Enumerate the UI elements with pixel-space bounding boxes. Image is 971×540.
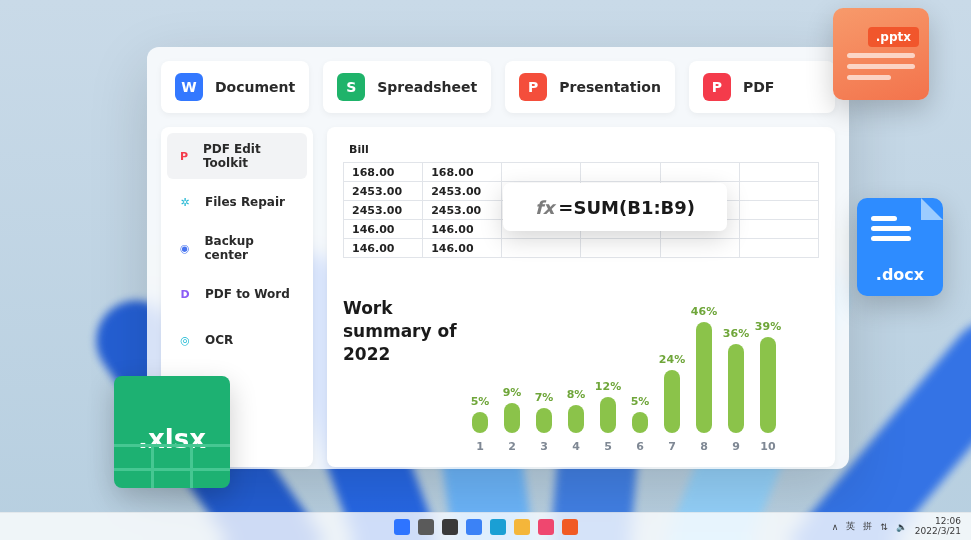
sidebar-item-ocr[interactable]: ◎OCR [167, 317, 307, 363]
cell[interactable]: 146.00 [423, 239, 502, 258]
presentation-button[interactable]: PPresentation [505, 61, 675, 113]
search-icon[interactable] [418, 519, 434, 535]
bar-x-label: 8 [695, 440, 713, 453]
file-explorer-icon[interactable] [514, 519, 530, 535]
bar-value-label: 36% [723, 327, 749, 340]
sidebar-item-pdf-to-word-label: PDF to Word [205, 287, 290, 301]
bar-1: 5% [471, 395, 489, 433]
bar-x-label: 5 [599, 440, 617, 453]
formula-text: =SUM(B1:B9) [558, 197, 695, 218]
bar [760, 337, 776, 433]
start-icon[interactable] [394, 519, 410, 535]
bar-5: 12% [599, 380, 617, 433]
sidebar-item-pdf-edit-toolkit-label: PDF Edit Toolkit [203, 142, 299, 170]
chart-title: Work summary of 2022 [343, 291, 459, 453]
tray-lang2[interactable]: 拼 [863, 520, 872, 533]
bar-x-label: 10 [759, 440, 777, 453]
taskbar-clock[interactable]: 12:06 2022/3/21 [915, 517, 961, 536]
top-nav: WDocumentSSpreadsheetPPresentationPPDF [161, 61, 835, 113]
presentation-button-icon: P [519, 73, 547, 101]
bar-value-label: 5% [631, 395, 650, 408]
sidebar-item-backup-center[interactable]: ◉Backup center [167, 225, 307, 271]
docx-label: .docx [857, 265, 943, 284]
presentation-button-label: Presentation [559, 79, 661, 95]
bar-9: 36% [727, 327, 745, 433]
bar-value-label: 24% [659, 353, 685, 366]
bar-x-label: 1 [471, 440, 489, 453]
sidebar-item-pdf-to-word-icon: D [175, 284, 195, 304]
bar-value-label: 9% [503, 386, 522, 399]
cell[interactable] [502, 239, 581, 258]
bar [600, 397, 616, 433]
document-button-icon: W [175, 73, 203, 101]
wps-icon[interactable] [562, 519, 578, 535]
cell[interactable] [581, 239, 660, 258]
xlsx-grid-icon [114, 444, 230, 488]
cell[interactable]: 2453.00 [423, 182, 502, 201]
pptx-label: .pptx [868, 27, 919, 47]
formula-bar: fx =SUM(B1:B9) [503, 183, 727, 231]
spreadsheet-button[interactable]: SSpreadsheet [323, 61, 491, 113]
sidebar-item-ocr-label: OCR [205, 333, 233, 347]
bar [696, 322, 712, 433]
bar-4: 8% [567, 388, 585, 433]
cell[interactable] [660, 239, 739, 258]
bar-x-label: 6 [631, 440, 649, 453]
sidebar-item-backup-center-icon: ◉ [175, 238, 194, 258]
cell[interactable] [739, 239, 818, 258]
bar-value-label: 39% [755, 320, 781, 333]
cell[interactable]: 2453.00 [344, 201, 423, 220]
cell[interactable] [739, 201, 818, 220]
cell[interactable]: 168.00 [423, 163, 502, 182]
sidebar-item-pdf-edit-toolkit-icon: P [175, 146, 193, 166]
cell[interactable]: 2453.00 [344, 182, 423, 201]
widgets-icon[interactable] [466, 519, 482, 535]
taskbar-tray[interactable]: ∧ 英 拼 ⇅ 🔈 12:06 2022/3/21 [832, 517, 961, 536]
tray-network-icon[interactable]: ⇅ [880, 522, 888, 532]
bar-7: 24% [663, 353, 681, 433]
bar-3: 7% [535, 391, 553, 433]
bar [504, 403, 520, 433]
bar-x-label: 7 [663, 440, 681, 453]
cell[interactable] [660, 163, 739, 182]
cell[interactable] [739, 182, 818, 201]
cell[interactable]: 2453.00 [423, 201, 502, 220]
bar-8: 46% [695, 305, 713, 433]
cell[interactable] [739, 163, 818, 182]
cell[interactable]: 146.00 [344, 239, 423, 258]
sidebar-item-files-repair-icon: ✲ [175, 192, 195, 212]
bar-value-label: 5% [471, 395, 490, 408]
bar-10: 39% [759, 320, 777, 433]
cell[interactable] [502, 163, 581, 182]
pdf-button-icon: P [703, 73, 731, 101]
store-icon[interactable] [538, 519, 554, 535]
task-view-icon[interactable] [442, 519, 458, 535]
sidebar-item-backup-center-label: Backup center [204, 234, 299, 262]
document-button[interactable]: WDocument [161, 61, 309, 113]
cell[interactable] [739, 220, 818, 239]
page-fold-icon [921, 198, 943, 220]
cell[interactable] [581, 163, 660, 182]
sidebar-item-pdf-edit-toolkit[interactable]: PPDF Edit Toolkit [167, 133, 307, 179]
taskbar[interactable]: ∧ 英 拼 ⇅ 🔈 12:06 2022/3/21 [0, 512, 971, 540]
tray-lang1[interactable]: 英 [846, 520, 855, 533]
pdf-button[interactable]: PPDF [689, 61, 835, 113]
cell[interactable]: 168.00 [344, 163, 423, 182]
bar-x-label: 3 [535, 440, 553, 453]
sidebar-item-files-repair[interactable]: ✲Files Repair [167, 179, 307, 225]
tray-sound-icon[interactable]: 🔈 [896, 522, 907, 532]
bar [536, 408, 552, 433]
main-panel: Bill 168.00168.002453.002453.002453.0024… [327, 127, 835, 467]
edge-icon[interactable] [490, 519, 506, 535]
cell[interactable]: 146.00 [344, 220, 423, 239]
bar-chart: 5%19%27%38%412%55%624%746%836%939%10 [471, 291, 819, 453]
bar-value-label: 7% [535, 391, 554, 404]
bar [728, 344, 744, 433]
sidebar-item-pdf-to-word[interactable]: DPDF to Word [167, 271, 307, 317]
sidebar-item-ocr-icon: ◎ [175, 330, 195, 350]
docx-lines-icon [871, 216, 911, 241]
tray-chevron-icon[interactable]: ∧ [832, 522, 839, 532]
clock-date: 2022/3/21 [915, 527, 961, 536]
cell[interactable]: 146.00 [423, 220, 502, 239]
chart-block: Work summary of 2022 5%19%27%38%412%55%6… [343, 291, 819, 453]
